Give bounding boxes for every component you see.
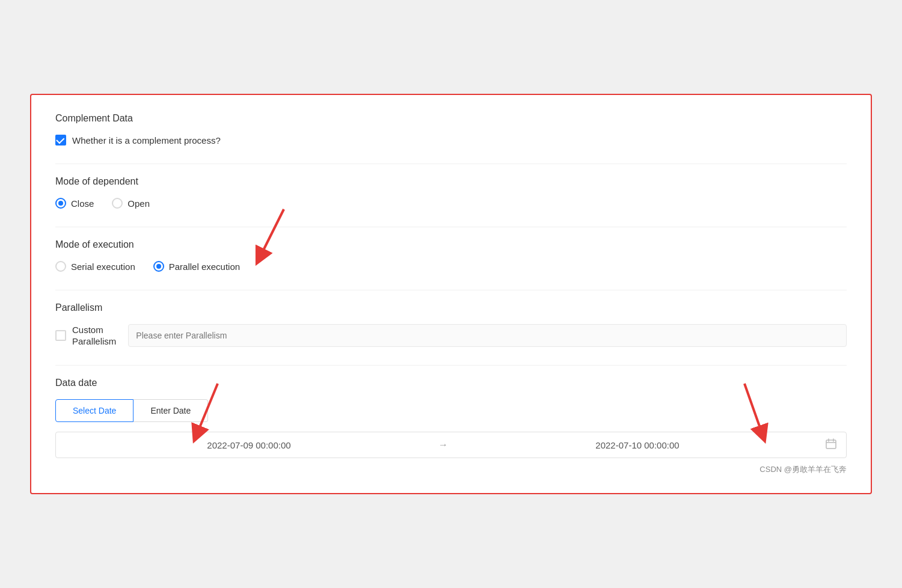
data-date-section: Data date Select Date Enter Date 2022-07… <box>55 378 847 458</box>
radio-serial-outer <box>55 261 66 272</box>
radio-close-inner <box>58 201 63 206</box>
form-panel: Complement Data Whether it is a compleme… <box>30 94 872 494</box>
parallelism-label-line2: Parallelism <box>72 336 116 346</box>
radio-parallel-label: Parallel execution <box>169 262 240 272</box>
calendar-icon[interactable] <box>826 438 836 452</box>
radio-close-outer <box>55 198 66 209</box>
complement-data-section: Complement Data Whether it is a compleme… <box>55 113 847 145</box>
mode-execution-section: Mode of execution Serial execution Paral… <box>55 239 847 272</box>
svg-line-1 <box>260 209 284 257</box>
divider-4 <box>55 365 847 366</box>
parallelism-checkbox-group: Custom Parallelism <box>55 325 116 346</box>
complement-data-title: Complement Data <box>55 113 847 124</box>
complement-checkbox[interactable] <box>55 135 66 145</box>
mode-execution-title: Mode of execution <box>55 239 847 250</box>
radio-open-label: Open <box>127 198 150 209</box>
mode-dependent-radio-group: Close Open <box>55 198 847 209</box>
divider-2 <box>55 227 847 227</box>
radio-parallel-outer <box>153 261 164 272</box>
watermark: CSDN @勇敢羊羊在飞奔 <box>55 464 847 475</box>
parallelism-label-group: Custom Parallelism <box>72 325 116 346</box>
mode-execution-radio-group: Serial execution Parallel execution <box>55 261 847 272</box>
enter-date-tab[interactable]: Enter Date <box>133 399 208 422</box>
complement-checkbox-row: Whether it is a complement process? <box>55 135 847 145</box>
parallelism-title: Parallelism <box>55 302 847 313</box>
radio-close[interactable]: Close <box>55 198 94 209</box>
date-range-arrow-icon: → <box>438 439 448 450</box>
radio-parallel[interactable]: Parallel execution <box>153 261 240 272</box>
parallelism-input[interactable] <box>128 324 847 347</box>
radio-serial-label: Serial execution <box>71 262 135 272</box>
date-range-row: 2022-07-09 00:00:00 → 2022-07-10 00:00:0… <box>55 432 847 458</box>
parallelism-section: Parallelism Custom Parallelism <box>55 302 847 347</box>
data-date-title: Data date <box>55 378 847 388</box>
date-range-container: 2022-07-09 00:00:00 → 2022-07-10 00:00:0… <box>55 432 847 458</box>
radio-open-outer <box>112 198 123 209</box>
radio-parallel-inner <box>156 264 161 269</box>
radio-serial[interactable]: Serial execution <box>55 261 135 272</box>
radio-close-label: Close <box>71 198 94 209</box>
date-start-value: 2022-07-09 00:00:00 <box>66 440 432 450</box>
divider-1 <box>55 164 847 164</box>
parallelism-checkbox[interactable] <box>55 330 66 341</box>
svg-rect-2 <box>826 440 836 449</box>
date-tab-row: Select Date Enter Date <box>55 399 847 422</box>
radio-open[interactable]: Open <box>112 198 150 209</box>
complement-checkbox-label: Whether it is a complement process? <box>72 135 221 145</box>
date-end-value: 2022-07-10 00:00:00 <box>454 440 821 450</box>
mode-dependent-title: Mode of dependent <box>55 176 847 187</box>
mode-dependent-section: Mode of dependent Close Open <box>55 176 847 209</box>
divider-3 <box>55 290 847 290</box>
parallelism-row: Custom Parallelism <box>55 324 847 347</box>
parallelism-label-line1: Custom <box>72 325 103 335</box>
select-date-tab[interactable]: Select Date <box>55 399 133 422</box>
